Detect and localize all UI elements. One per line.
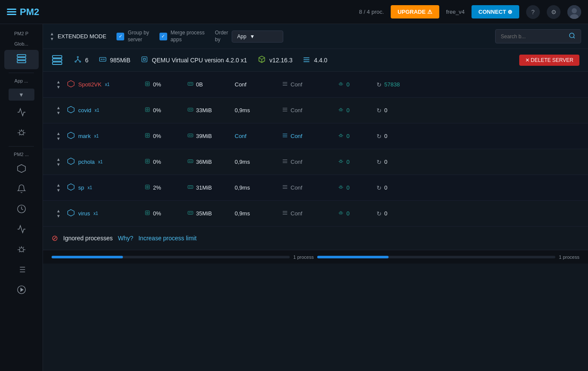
svg-rect-49 [145, 133, 149, 137]
svg-rect-35 [188, 83, 193, 86]
process-bugs-2: 0 [346, 133, 349, 139]
process-name-col-2: mark x1 [67, 132, 144, 141]
table-row: ▲▼ mark x1 [43, 123, 588, 149]
svg-rect-34 [147, 83, 148, 85]
process-restarts-4: 0 [384, 184, 387, 191]
process-restarts-col-0: ↻ 57838 [377, 81, 420, 88]
process-mem-4: 31MiB [196, 184, 212, 191]
group-by-server-label: Group byserver [128, 30, 149, 43]
cpu-model: QEMU Virtual CPU version 4.2.0 x1 [152, 57, 247, 64]
process-badge-1: x1 [95, 108, 99, 113]
svg-marker-7 [17, 165, 25, 172]
increase-limit-link[interactable]: Increase process limit [138, 235, 196, 242]
restart-icon-4: ↻ [377, 184, 382, 191]
upgrade-button[interactable]: UPGRADE ⚠ [391, 5, 439, 18]
process-restarts-col-2: ↻ 0 [377, 133, 420, 140]
sidebar: PM2 P Glob... App ... ▼ [0, 24, 43, 371]
upgrade-label: UPGRADE ⚠ [398, 9, 432, 15]
process-badge-5: x1 [93, 211, 98, 216]
delete-server-button[interactable]: ✕ DELETE SERVER [519, 55, 579, 66]
process-status-icon-5 [67, 209, 75, 218]
svg-rect-58 [147, 160, 148, 162]
process-mem-0: 0B [196, 81, 203, 88]
sidebar-item-list[interactable] [4, 261, 39, 280]
mem-icon-5 [187, 210, 193, 217]
sidebar-item-play[interactable] [4, 282, 39, 300]
process-time-3: 0,9ms [235, 159, 250, 165]
process-conf1-1: Conf [291, 107, 302, 113]
svg-rect-66 [147, 186, 148, 188]
free-plan: free_v4 [446, 9, 465, 15]
process-badge-0: x1 [105, 82, 110, 87]
sidebar-item-bug[interactable] [4, 124, 39, 143]
process-cpu-col-4: 2% [144, 184, 187, 191]
process-name-3[interactable]: pchola [78, 159, 95, 165]
process-bugs-4: 0 [346, 184, 349, 191]
settings-icon[interactable]: ⚙ [547, 5, 560, 19]
merge-process-label: Merge processapps [171, 30, 205, 43]
svg-rect-59 [188, 160, 193, 163]
process-cpu-0: 0% [153, 81, 161, 88]
row-sort-3[interactable]: ▲▼ [50, 157, 67, 167]
sidebar-item-chart[interactable] [4, 104, 39, 123]
row-sort-4[interactable]: ▲▼ [50, 183, 67, 193]
process-name-4[interactable]: sp [78, 184, 84, 191]
process-bugs-5: 0 [346, 210, 349, 217]
svg-rect-42 [147, 109, 148, 110]
process-status-icon-2 [67, 132, 75, 141]
group-by-server-checkbox[interactable]: ✓ [116, 33, 124, 40]
pm2-version: 4.4.0 [314, 57, 327, 64]
process-name-2[interactable]: mark [78, 133, 91, 139]
process-name-5[interactable]: virus [78, 210, 90, 217]
sidebar-item-bell[interactable] [4, 181, 39, 199]
chart2-icon [17, 224, 26, 236]
avatar[interactable] [567, 5, 581, 19]
help-icon[interactable]: ? [526, 5, 540, 19]
sidebar-dropdown[interactable]: ▼ [9, 89, 34, 101]
row-sort-5[interactable]: ▲▼ [50, 208, 67, 218]
order-by-select[interactable]: App ▼ [232, 31, 283, 43]
search-input[interactable] [501, 34, 565, 40]
process-name-1[interactable]: covid [78, 107, 91, 113]
svg-marker-64 [68, 184, 74, 190]
process-restarts-2: 0 [384, 133, 387, 139]
sidebar-item-hexagon[interactable] [4, 160, 39, 179]
order-by-group: Orderby App ▼ [215, 30, 283, 43]
bug-icon-5 [338, 210, 344, 217]
svg-rect-51 [188, 134, 193, 137]
conf-icon-1 [282, 107, 288, 114]
svg-rect-57 [145, 159, 149, 163]
process-name-0[interactable]: Spoti2VK [78, 81, 101, 88]
sidebar-item-bug2[interactable] [4, 241, 39, 260]
sidebar-item-chart2[interactable] [4, 221, 39, 239]
row-sort-1[interactable]: ▲▼ [50, 105, 67, 115]
cpu-icon-4 [144, 184, 150, 191]
server-processes-stat: 6 [74, 55, 89, 65]
process-time-4: 0,9ms [235, 184, 250, 191]
why-link[interactable]: Why? [118, 235, 133, 242]
process-status-icon-0 [67, 80, 75, 89]
process-name-col-1: covid x1 [67, 106, 144, 115]
process-restarts-1: 0 [384, 107, 387, 113]
process-table: ▲▼ Spoti2VK x1 [43, 72, 588, 371]
row-sort-2[interactable]: ▲▼ [50, 131, 67, 141]
hexagon-icon [17, 164, 26, 175]
server-cpu-stat: QEMU Virtual CPU version 4.2.0 x1 [141, 55, 247, 65]
svg-rect-21 [52, 59, 62, 61]
sidebar-item-servers[interactable] [4, 50, 39, 69]
bug-icon-0 [338, 81, 344, 88]
progress-bar-left-fill [52, 256, 123, 258]
merge-process: ✓ Merge processapps [159, 30, 205, 43]
svg-marker-72 [68, 209, 74, 216]
cpu-icon-2 [144, 132, 150, 140]
merge-process-checkbox[interactable]: ✓ [159, 33, 167, 40]
process-cpu-4: 2% [153, 184, 161, 191]
logo[interactable]: PM2 [7, 6, 39, 18]
sort-arrows[interactable]: ▲ ▼ [50, 31, 54, 41]
process-time-col-5: 0,9ms [235, 210, 282, 217]
row-sort-0[interactable]: ▲▼ [50, 80, 67, 89]
connect-button[interactable]: CONNECT ⊕ [472, 5, 519, 18]
sidebar-item-gauge[interactable] [4, 201, 39, 219]
svg-rect-22 [52, 62, 62, 64]
process-mem-3: 36MiB [196, 159, 212, 165]
